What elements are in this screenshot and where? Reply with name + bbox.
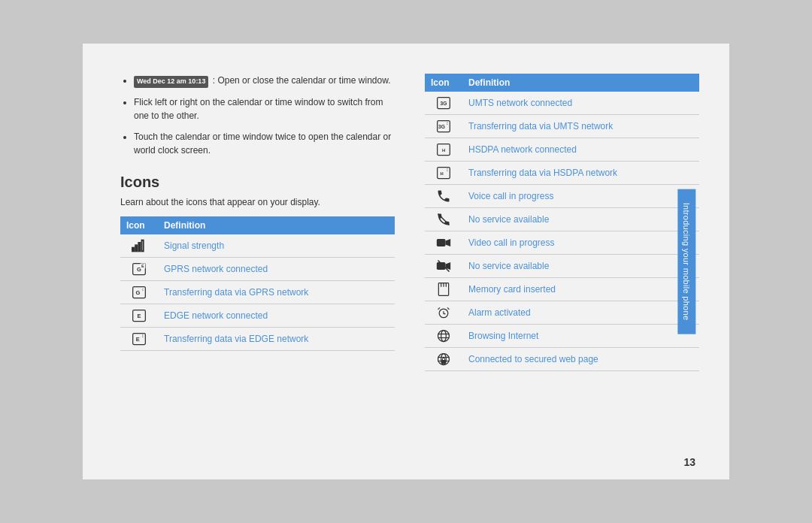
definition-cell: Alarm activated	[462, 301, 699, 325]
definition-cell: Transferring data via GPRS network	[158, 280, 395, 304]
svg-rect-27	[437, 239, 446, 246]
table-row: E EDGE network connected	[120, 304, 395, 327]
icon-cell	[425, 301, 462, 325]
table-row: E ↕ Transferring data via EDGE network	[120, 327, 395, 350]
right-table-header-definition: Definition	[462, 74, 699, 92]
definition-cell: Voice call in progress	[462, 185, 699, 208]
table-row: G ↕ Transferring data via GPRS network	[120, 280, 395, 304]
icon-cell	[425, 255, 462, 278]
right-icon-table: Icon Definition 3G UMTS network connecte…	[425, 74, 699, 371]
svg-marker-28	[446, 239, 451, 246]
calendar-badge: Wed Dec 12 am 10:13	[134, 76, 208, 88]
page-number: 13	[683, 456, 695, 468]
definition-cell: GPRS network connected	[158, 257, 395, 280]
bullet-text-3: Touch the calendar or time window twice …	[134, 132, 391, 156]
bullet-list: Wed Dec 12 am 10:13 : Open or close the …	[120, 74, 395, 157]
table-row: H ↕ Transferring data via HSDPA network	[425, 162, 699, 185]
icon-cell: 3G ↕	[425, 115, 462, 138]
table-row: Alarm activated	[425, 301, 699, 325]
svg-rect-49	[442, 361, 446, 364]
definition-cell: EDGE network connected	[158, 304, 395, 327]
svg-text:3G: 3G	[438, 124, 445, 129]
icon-cell: H ↕	[425, 162, 462, 185]
svg-point-42	[441, 331, 447, 342]
table-row: 3G UMTS network connected	[425, 92, 699, 115]
definition-cell: UMTS network connected	[462, 92, 699, 115]
svg-rect-2	[138, 242, 141, 251]
bullet-text-2: Flick left or right on the calendar or t…	[134, 97, 383, 121]
icon-cell	[425, 208, 462, 231]
icon-cell: G ↕	[120, 280, 158, 304]
table-row: G E GPRS network connected	[120, 257, 395, 280]
definition-cell: No service available	[462, 255, 699, 278]
right-column: Icon Definition 3G UMTS network connecte…	[417, 74, 699, 449]
table-row: No service available	[425, 208, 699, 231]
table-row: H HSDPA network connected	[425, 138, 699, 162]
page-container: Wed Dec 12 am 10:13 : Open or close the …	[83, 44, 729, 479]
bullet-item-1: Wed Dec 12 am 10:13 : Open or close the …	[134, 74, 395, 88]
table-row: Connected to secured web page	[425, 348, 699, 371]
icon-cell: G E	[120, 257, 158, 280]
svg-rect-3	[141, 240, 144, 251]
svg-rect-1	[135, 245, 138, 251]
svg-text:↕: ↕	[446, 167, 448, 172]
left-column: Wed Dec 12 am 10:13 : Open or close the …	[120, 74, 417, 449]
svg-point-41	[438, 331, 450, 342]
icon-cell: E ↕	[120, 327, 158, 350]
table-row: Voice call in progress	[425, 185, 699, 208]
side-tab: Introducing your mobile phone	[678, 189, 696, 334]
svg-line-40	[447, 307, 450, 310]
icon-cell: E	[120, 304, 158, 327]
svg-text:E: E	[137, 313, 141, 319]
left-table-header-icon: Icon	[120, 216, 158, 234]
svg-text:3G: 3G	[441, 101, 447, 106]
svg-text:G: G	[135, 289, 140, 296]
icon-cell	[120, 234, 158, 258]
svg-text:H: H	[442, 148, 445, 153]
icon-cell	[425, 278, 462, 301]
definition-cell: Memory card inserted	[462, 278, 699, 301]
bullet-item-2: Flick left or right on the calendar or t…	[134, 95, 395, 122]
bullet-item-3: Touch the calendar or time window twice …	[134, 130, 395, 157]
svg-line-39	[438, 307, 441, 310]
icon-cell: H	[425, 138, 462, 162]
table-row: 3G ↕ Transferring data via UMTS network	[425, 115, 699, 138]
svg-text:E: E	[141, 264, 144, 268]
icon-cell	[425, 185, 462, 208]
right-table-header-icon: Icon	[425, 74, 462, 92]
left-table-header-definition: Definition	[158, 216, 395, 234]
definition-cell: Signal strength	[158, 234, 395, 258]
definition-cell: Video call in progress	[462, 231, 699, 255]
section-description: Learn about the icons that appear on you…	[120, 197, 395, 207]
icon-cell	[425, 325, 462, 348]
svg-text:E: E	[136, 336, 140, 343]
definition-cell: No service available	[462, 208, 699, 231]
definition-cell: Connected to secured web page	[462, 348, 699, 371]
svg-rect-0	[132, 247, 135, 251]
table-row: No service available	[425, 255, 699, 278]
svg-text:↕: ↕	[142, 287, 144, 292]
definition-cell: Transferring data via EDGE network	[158, 327, 395, 350]
definition-cell: Transferring data via HSDPA network	[462, 162, 699, 185]
section-title: Icons	[120, 174, 395, 191]
svg-text:↕: ↕	[141, 333, 144, 338]
table-row: Memory card inserted	[425, 278, 699, 301]
definition-cell: Browsing Internet	[462, 325, 699, 348]
table-row: Video call in progress	[425, 231, 699, 255]
table-row: Browsing Internet	[425, 325, 699, 348]
svg-text:H: H	[440, 171, 443, 176]
table-row: Signal strength	[120, 234, 395, 258]
icon-cell: 3G	[425, 92, 462, 115]
definition-cell: Transferring data via UMTS network	[462, 115, 699, 138]
bullet-text-1: : Open or close the calendar or time win…	[213, 75, 391, 86]
icon-cell	[425, 231, 462, 255]
definition-cell: HSDPA network connected	[462, 138, 699, 162]
svg-text:↕: ↕	[446, 120, 448, 125]
icon-cell	[425, 348, 462, 371]
left-icon-table: Icon Definition Signal strength G E GPRS…	[120, 216, 395, 351]
